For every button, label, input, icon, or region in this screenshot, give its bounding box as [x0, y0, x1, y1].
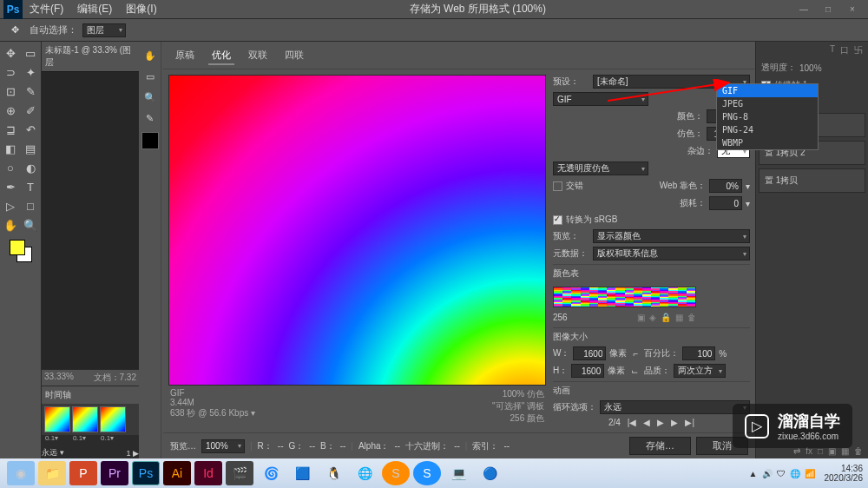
tool-eraser[interactable]: ◧ — [1, 139, 20, 158]
minimize-button[interactable]: — — [792, 2, 816, 17]
timeline-frame[interactable] — [72, 406, 98, 432]
tray-icon[interactable]: 🔊 — [762, 469, 773, 478]
tool-shape[interactable]: □ — [21, 196, 40, 215]
tool-wand[interactable]: ✦ — [21, 63, 40, 82]
tab-4up[interactable]: 四联 — [281, 47, 307, 65]
taskbar-premiere[interactable]: Pr — [101, 461, 128, 485]
format-dropdown[interactable]: GIF — [553, 92, 648, 106]
tool-move[interactable]: ✥ — [1, 43, 20, 63]
layer-item[interactable]: 置 1拷贝 — [759, 168, 865, 193]
format-option-png8[interactable]: PNG-8 — [717, 110, 818, 123]
ct-lock-icon[interactable]: 🔒 — [661, 313, 671, 322]
taskbar-app-3[interactable]: 🟦 — [288, 461, 316, 485]
taskbar-illustrator[interactable]: Ai — [163, 461, 191, 485]
format-option-gif[interactable]: GIF — [717, 84, 818, 97]
menu-edit[interactable]: 编辑(E) — [70, 2, 119, 16]
taskbar-qq[interactable]: 🐧 — [319, 461, 347, 485]
ct-trash-icon[interactable]: 🗑 — [687, 313, 696, 322]
tool-dodge[interactable]: ◐ — [21, 158, 40, 177]
height-input[interactable] — [571, 364, 604, 378]
metadata-dropdown[interactable]: 版权和联系信息 — [593, 247, 750, 260]
preview-profile-dropdown[interactable]: 显示器颜色 — [593, 229, 750, 243]
tool-lasso[interactable]: ⊃ — [1, 63, 20, 82]
tool-brush[interactable]: ✐ — [21, 101, 40, 120]
tool-heal[interactable]: ⊕ — [1, 101, 20, 120]
tab-original[interactable]: 原稿 — [172, 47, 198, 65]
width-input[interactable] — [573, 346, 606, 360]
timeline-loop[interactable]: 永远 ▾ — [42, 447, 64, 458]
format-option-wbmp[interactable]: WBMP — [717, 136, 818, 149]
play-button[interactable]: ▶ — [657, 418, 664, 427]
tool-hand[interactable]: ✋ — [1, 215, 20, 234]
menu-image[interactable]: 图像(I) — [119, 2, 163, 16]
taskbar-app-7[interactable]: 🔵 — [476, 461, 503, 485]
tool-eyedropper[interactable]: ✎ — [21, 82, 40, 101]
loop-dropdown[interactable]: 永远 — [600, 400, 750, 414]
hand-tool-icon[interactable]: ✋ — [141, 47, 159, 64]
quality-dropdown[interactable]: 两次立方 — [674, 364, 726, 378]
tool-blur[interactable]: ○ — [1, 158, 20, 177]
trash-icon[interactable]: 🗑 — [854, 446, 863, 456]
tool-pen[interactable]: ✒ — [1, 177, 20, 196]
tray-chevron-icon[interactable]: ▲ — [749, 469, 758, 478]
eyedropper-tool-icon[interactable]: ✎ — [141, 109, 159, 127]
menu-file[interactable]: 文件(F) — [23, 2, 70, 16]
timeline-play[interactable]: 1 ▶ — [126, 449, 139, 458]
taskbar-app-6[interactable]: 💻 — [444, 461, 472, 485]
format-option-jpeg[interactable]: JPEG — [717, 97, 818, 110]
timeline-frame[interactable] — [44, 406, 70, 432]
zoom-tool-icon[interactable]: 🔍 — [141, 89, 159, 106]
taskbar-app-2[interactable]: 🌀 — [257, 461, 285, 485]
maximize-button[interactable]: □ — [816, 2, 840, 17]
taskbar-powerpoint[interactable]: P — [69, 461, 97, 485]
format-option-png24[interactable]: PNG-24 — [717, 123, 818, 136]
taskbar-chrome[interactable]: 🌐 — [351, 461, 378, 485]
tool-crop[interactable]: ⊡ — [1, 82, 20, 101]
footer-zoom-dropdown[interactable]: 100% — [201, 439, 245, 453]
prev-frame-button[interactable]: ◀ — [643, 418, 650, 427]
tool-gradient[interactable]: ▤ — [21, 139, 40, 158]
taskbar-indesign[interactable]: Id — [194, 461, 222, 485]
taskbar-app[interactable]: ◉ — [7, 461, 35, 485]
tray-icon[interactable]: 🌐 — [790, 469, 800, 478]
tool-zoom[interactable]: 🔍 — [21, 215, 40, 234]
lossy-input[interactable] — [709, 196, 742, 210]
timeline-frame[interactable] — [100, 406, 126, 432]
close-button[interactable]: × — [840, 2, 865, 17]
interlaced-checkbox[interactable] — [553, 181, 562, 191]
last-frame-button[interactable]: ▶| — [685, 418, 694, 427]
tray-icon[interactable]: 🛡 — [777, 469, 786, 478]
srgb-checkbox[interactable] — [553, 215, 562, 225]
tab-optimized[interactable]: 优化 — [208, 47, 234, 65]
tool-stamp[interactable]: ⊒ — [1, 120, 20, 139]
websnap-input[interactable] — [709, 179, 742, 193]
ct-filter-icon[interactable]: ▣ — [637, 313, 645, 322]
footer-preview-button[interactable]: 预览… — [170, 440, 196, 452]
tray-icon[interactable]: 📶 — [805, 469, 815, 478]
preview-image[interactable] — [168, 75, 546, 386]
paragraph-icon[interactable]: 口 — [840, 44, 849, 56]
document-tab[interactable]: 未标题-1 @ 33.3% (图层 — [42, 42, 139, 72]
color-swatches[interactable] — [10, 240, 32, 262]
transparency-dither-dropdown[interactable]: 无透明度仿色 — [553, 162, 648, 175]
taskbar-video[interactable]: 🎬 — [226, 461, 253, 485]
document-canvas[interactable] — [42, 72, 139, 369]
taskbar-app-4[interactable]: S — [382, 461, 410, 485]
tool-marquee[interactable]: ▭ — [21, 43, 40, 63]
foreground-color[interactable] — [10, 240, 25, 255]
slice-tool-icon[interactable]: ▭ — [141, 68, 159, 85]
taskbar-photoshop[interactable]: Ps — [132, 461, 160, 485]
tool-path[interactable]: ▷ — [1, 196, 20, 215]
percent-input[interactable] — [682, 346, 715, 360]
auto-select-dropdown[interactable]: 图层 — [82, 23, 126, 37]
next-frame-button[interactable]: ▶ — [671, 418, 678, 427]
ct-snap-icon[interactable]: ◈ — [649, 313, 656, 322]
styles-icon[interactable]: 卐 — [854, 44, 863, 56]
type-icon[interactable]: T — [830, 44, 835, 56]
first-frame-button[interactable]: |◀ — [628, 418, 637, 427]
ct-new-icon[interactable]: ▦ — [675, 313, 683, 322]
tab-2up[interactable]: 双联 — [245, 47, 271, 65]
tool-history[interactable]: ↶ — [21, 120, 40, 139]
taskbar-explorer[interactable]: 📁 — [38, 461, 66, 485]
taskbar-app-5[interactable]: S — [413, 461, 441, 485]
